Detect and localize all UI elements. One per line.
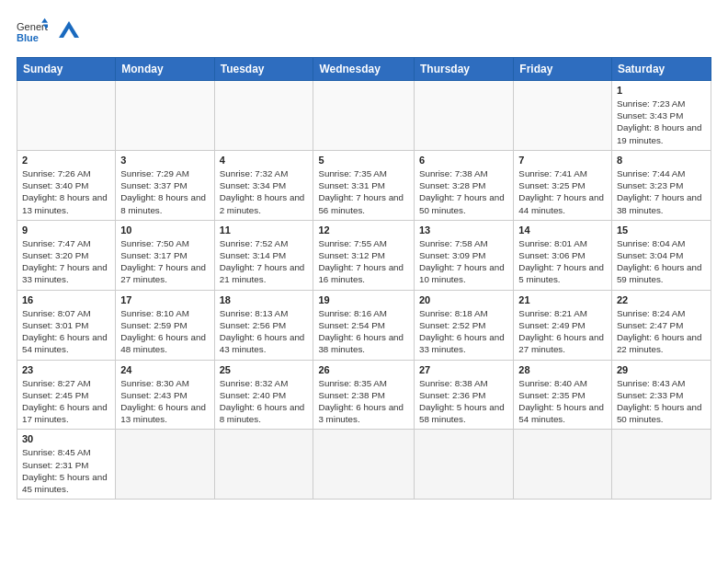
- day-info: Sunrise: 7:29 AMSunset: 3:37 PMDaylight:…: [120, 167, 209, 216]
- day-info: Sunrise: 7:38 AMSunset: 3:28 PMDaylight:…: [419, 167, 508, 216]
- cal-cell-1-2: [116, 81, 214, 151]
- day-number: 22: [617, 294, 706, 305]
- day-number: 19: [318, 294, 409, 305]
- day-info: Sunrise: 7:26 AMSunset: 3:40 PMDaylight:…: [22, 167, 110, 216]
- day-number: 11: [220, 224, 309, 236]
- cal-cell-1-5: [415, 81, 514, 151]
- week-row-3: 9Sunrise: 7:47 AMSunset: 3:20 PMDaylight…: [17, 220, 711, 290]
- day-info: Sunrise: 8:18 AMSunset: 2:52 PMDaylight:…: [419, 307, 508, 356]
- weekday-header-sunday: Sunday: [17, 58, 116, 81]
- cal-cell-2-7: 8Sunrise: 7:44 AMSunset: 3:23 PMDaylight…: [611, 150, 711, 220]
- cal-cell-1-4: [313, 81, 415, 151]
- day-info: Sunrise: 8:16 AMSunset: 2:54 PMDaylight:…: [318, 307, 409, 356]
- cal-cell-4-7: 22Sunrise: 8:24 AMSunset: 2:47 PMDayligh…: [611, 290, 711, 360]
- cal-cell-4-2: 17Sunrise: 8:10 AMSunset: 2:59 PMDayligh…: [116, 290, 214, 360]
- day-number: 30: [22, 433, 110, 444]
- cal-cell-6-4: [313, 430, 415, 500]
- cal-cell-4-4: 19Sunrise: 8:16 AMSunset: 2:54 PMDayligh…: [313, 290, 415, 360]
- day-number: 8: [617, 155, 706, 166]
- cal-cell-3-1: 9Sunrise: 7:47 AMSunset: 3:20 PMDaylight…: [17, 220, 116, 290]
- day-number: 12: [318, 224, 409, 236]
- day-info: Sunrise: 8:24 AMSunset: 2:47 PMDaylight:…: [617, 307, 706, 356]
- cal-cell-3-2: 10Sunrise: 7:50 AMSunset: 3:17 PMDayligh…: [116, 220, 214, 290]
- day-info: Sunrise: 7:50 AMSunset: 3:17 PMDaylight:…: [120, 237, 209, 286]
- day-info: Sunrise: 7:44 AMSunset: 3:23 PMDaylight:…: [617, 167, 706, 216]
- logo: General Blue: [17, 17, 79, 48]
- weekday-header-wednesday: Wednesday: [313, 58, 415, 81]
- day-info: Sunrise: 7:41 AMSunset: 3:25 PMDaylight:…: [518, 167, 607, 216]
- day-number: 25: [220, 364, 309, 375]
- cal-cell-4-3: 18Sunrise: 8:13 AMSunset: 2:56 PMDayligh…: [214, 290, 313, 360]
- day-info: Sunrise: 8:01 AMSunset: 3:06 PMDaylight:…: [518, 237, 607, 286]
- cal-cell-1-6: [514, 81, 612, 151]
- weekday-header-saturday: Saturday: [611, 58, 711, 81]
- day-info: Sunrise: 8:40 AMSunset: 2:35 PMDaylight:…: [518, 377, 607, 426]
- day-info: Sunrise: 8:35 AMSunset: 2:38 PMDaylight:…: [318, 377, 409, 426]
- cal-cell-5-7: 29Sunrise: 8:43 AMSunset: 2:33 PMDayligh…: [611, 360, 711, 430]
- day-number: 24: [120, 364, 209, 375]
- day-info: Sunrise: 8:45 AMSunset: 2:31 PMDaylight:…: [22, 446, 110, 495]
- day-info: Sunrise: 7:23 AMSunset: 3:43 PMDaylight:…: [617, 98, 706, 146]
- cal-cell-2-6: 7Sunrise: 7:41 AMSunset: 3:25 PMDaylight…: [514, 150, 612, 220]
- day-info: Sunrise: 7:47 AMSunset: 3:20 PMDaylight:…: [22, 237, 110, 286]
- day-info: Sunrise: 7:58 AMSunset: 3:09 PMDaylight:…: [419, 237, 508, 286]
- cal-cell-2-5: 6Sunrise: 7:38 AMSunset: 3:28 PMDaylight…: [415, 150, 514, 220]
- cal-cell-1-7: 1Sunrise: 7:23 AMSunset: 3:43 PMDaylight…: [611, 81, 711, 151]
- logo-icon: General Blue: [17, 17, 48, 48]
- cal-cell-3-7: 15Sunrise: 8:04 AMSunset: 3:04 PMDayligh…: [611, 220, 711, 290]
- day-number: 13: [419, 224, 508, 236]
- day-number: 21: [518, 294, 607, 305]
- day-info: Sunrise: 8:13 AMSunset: 2:56 PMDaylight:…: [220, 307, 309, 356]
- week-row-6: 30Sunrise: 8:45 AMSunset: 2:31 PMDayligh…: [17, 430, 711, 500]
- day-number: 3: [120, 155, 209, 166]
- cal-cell-2-2: 3Sunrise: 7:29 AMSunset: 3:37 PMDaylight…: [116, 150, 214, 220]
- day-info: Sunrise: 8:04 AMSunset: 3:04 PMDaylight:…: [617, 237, 706, 286]
- week-row-1: 1Sunrise: 7:23 AMSunset: 3:43 PMDaylight…: [17, 81, 711, 151]
- cal-cell-2-1: 2Sunrise: 7:26 AMSunset: 3:40 PMDaylight…: [17, 150, 116, 220]
- cal-cell-2-4: 5Sunrise: 7:35 AMSunset: 3:31 PMDaylight…: [313, 150, 415, 220]
- day-info: Sunrise: 8:38 AMSunset: 2:36 PMDaylight:…: [419, 377, 508, 426]
- day-number: 20: [419, 294, 508, 305]
- cal-cell-4-6: 21Sunrise: 8:21 AMSunset: 2:49 PMDayligh…: [514, 290, 612, 360]
- day-number: 2: [22, 155, 110, 166]
- day-info: Sunrise: 7:55 AMSunset: 3:12 PMDaylight:…: [318, 237, 409, 286]
- cal-cell-6-7: [611, 430, 711, 500]
- page: General Blue SundayMondayTuesdayWednesda…: [0, 0, 728, 563]
- weekday-header-row: SundayMondayTuesdayWednesdayThursdayFrid…: [17, 58, 711, 81]
- day-number: 9: [22, 224, 110, 236]
- weekday-header-friday: Friday: [514, 58, 612, 81]
- day-info: Sunrise: 8:10 AMSunset: 2:59 PMDaylight:…: [120, 307, 209, 356]
- day-number: 1: [617, 85, 706, 96]
- cal-cell-5-2: 24Sunrise: 8:30 AMSunset: 2:43 PMDayligh…: [116, 360, 214, 430]
- cal-cell-5-3: 25Sunrise: 8:32 AMSunset: 2:40 PMDayligh…: [214, 360, 313, 430]
- cal-cell-6-5: [415, 430, 514, 500]
- day-info: Sunrise: 7:32 AMSunset: 3:34 PMDaylight:…: [220, 167, 309, 216]
- day-info: Sunrise: 8:32 AMSunset: 2:40 PMDaylight:…: [220, 377, 309, 426]
- header: General Blue: [17, 17, 711, 48]
- day-number: 10: [120, 224, 209, 236]
- day-info: Sunrise: 8:27 AMSunset: 2:45 PMDaylight:…: [22, 377, 110, 426]
- cal-cell-6-6: [514, 430, 612, 500]
- svg-text:General: General: [17, 21, 48, 32]
- cal-cell-5-5: 27Sunrise: 8:38 AMSunset: 2:36 PMDayligh…: [415, 360, 514, 430]
- calendar-table: SundayMondayTuesdayWednesdayThursdayFrid…: [17, 57, 711, 500]
- day-number: 5: [318, 155, 409, 166]
- weekday-header-monday: Monday: [116, 58, 214, 81]
- week-row-2: 2Sunrise: 7:26 AMSunset: 3:40 PMDaylight…: [17, 150, 711, 220]
- day-number: 23: [22, 364, 110, 375]
- day-number: 17: [120, 294, 209, 305]
- day-number: 29: [617, 364, 706, 375]
- day-info: Sunrise: 8:43 AMSunset: 2:33 PMDaylight:…: [617, 377, 706, 426]
- day-info: Sunrise: 8:21 AMSunset: 2:49 PMDaylight:…: [518, 307, 607, 356]
- cal-cell-3-6: 14Sunrise: 8:01 AMSunset: 3:06 PMDayligh…: [514, 220, 612, 290]
- cal-cell-5-1: 23Sunrise: 8:27 AMSunset: 2:45 PMDayligh…: [17, 360, 116, 430]
- day-info: Sunrise: 8:07 AMSunset: 3:01 PMDaylight:…: [22, 307, 110, 356]
- day-info: Sunrise: 8:30 AMSunset: 2:43 PMDaylight:…: [120, 377, 209, 426]
- day-number: 7: [518, 155, 607, 166]
- cal-cell-3-5: 13Sunrise: 7:58 AMSunset: 3:09 PMDayligh…: [415, 220, 514, 290]
- day-number: 27: [419, 364, 508, 375]
- cal-cell-5-4: 26Sunrise: 8:35 AMSunset: 2:38 PMDayligh…: [313, 360, 415, 430]
- week-row-4: 16Sunrise: 8:07 AMSunset: 3:01 PMDayligh…: [17, 290, 711, 360]
- logo-triangle-icon: [59, 17, 79, 38]
- day-number: 4: [220, 155, 309, 166]
